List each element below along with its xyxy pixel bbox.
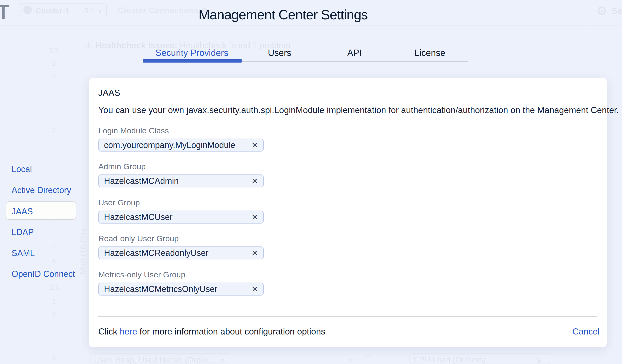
tab-users[interactable]: Users [268, 48, 291, 58]
rail-badge: 7/7 [49, 47, 59, 55]
field-user-group: User Group HazelcastMCUser ✕ [98, 198, 264, 223]
chevron-down-icon: ∨ [219, 355, 225, 364]
readonly-user-group-input[interactable]: HazelcastMCReadonlyUser ✕ [98, 246, 264, 259]
chevron-up-icon: ∧ [51, 256, 57, 265]
clear-icon[interactable]: ✕ [250, 140, 260, 150]
cluster-selector: Cluster-1 5.4 ∨ [19, 3, 107, 16]
field-login-module-class: Login Module Class com.yourcompany.MyLog… [98, 126, 264, 152]
field-readonly-user-group: Read-only User Group HazelcastMCReadonly… [98, 234, 264, 259]
tab-api[interactable]: API [347, 48, 362, 58]
field-label: Login Module Class [98, 126, 264, 135]
cluster-connections-label: Cluster Connections ⊕ [118, 6, 208, 15]
cluster-avatar [23, 6, 32, 14]
panel-description: You can use your own javax.security.auth… [98, 105, 619, 115]
sidebar-item-active-directory[interactable]: Active Directory [12, 185, 71, 195]
field-label: Admin Group [98, 162, 264, 171]
sidebar-item-ldap[interactable]: LDAP [12, 227, 34, 237]
map-axis-label: Map (16.9%) [78, 228, 87, 274]
footer-help-text: Click here for more information about co… [98, 327, 325, 337]
clear-icon[interactable]: ✕ [250, 176, 260, 186]
clear-icon[interactable]: ✕ [250, 212, 260, 222]
gear-icon: ⚙ [597, 4, 608, 18]
admin-group-input[interactable]: HazelcastMCAdmin ✕ [98, 174, 264, 187]
active-tab-indicator [143, 59, 242, 63]
field-metrics-only-user-group: Metrics-only User Group HazelcastMCMetri… [98, 270, 264, 295]
clear-icon[interactable]: ✕ [250, 248, 260, 258]
jaas-settings-panel: JAAS You can use your own javax.security… [89, 78, 607, 347]
field-label: Metrics-only User Group [98, 270, 264, 279]
background-column-divider [588, 0, 588, 77]
tab-license[interactable]: License [414, 48, 446, 58]
rail-badge: 0 [52, 354, 56, 362]
cancel-button[interactable]: Cancel [572, 327, 600, 337]
rail-badge: 2 [52, 126, 56, 134]
sidebar-item-saml[interactable]: SAML [12, 248, 35, 258]
user-group-input[interactable]: HazelcastMCUser ✕ [98, 211, 264, 223]
rail-badge: 2 [52, 60, 56, 68]
input-value: HazelcastMCReadonlyUser [104, 248, 208, 258]
footer-divider [98, 316, 597, 317]
sidebar-item-openid-connect[interactable]: OpenID Connect [12, 269, 75, 279]
sidebar-item-jaas[interactable]: JAAS [12, 207, 33, 217]
field-admin-group: Admin Group HazelcastMCAdmin ✕ [98, 162, 264, 187]
here-link[interactable]: here [119, 327, 137, 336]
settings-label: Settings [612, 6, 622, 16]
hazelcast-logo: T [0, 0, 9, 23]
used-heap-chart-title: Used Heap, Used Native (Outlie... ∨ [94, 355, 225, 364]
cluster-version: 5.4 [84, 7, 94, 15]
metrics-only-user-group-input[interactable]: HazelcastMCMetricsOnlyUser ✕ [98, 283, 264, 295]
input-value: HazelcastMCMetricsOnlyUser [104, 284, 217, 294]
plus-icon: + [348, 355, 353, 364]
cluster-name: Cluster-1 [36, 6, 69, 15]
warning-icon: ⚠ [50, 242, 58, 251]
warning-icon: ⚠ [50, 72, 58, 81]
warning-icon: ⚠ [85, 41, 92, 50]
rail-badge: 1/1 [49, 283, 59, 291]
input-value: com.yourcompany.MyLoginModule [104, 140, 235, 150]
input-value: HazelcastMCAdmin [104, 176, 179, 186]
topbar-divider [0, 25, 622, 26]
input-value: HazelcastMCUser [104, 212, 173, 222]
login-module-class-input[interactable]: com.yourcompany.MyLoginModule ✕ [98, 139, 264, 152]
field-label: User Group [98, 198, 264, 207]
page-title: Management Center Settings [198, 7, 368, 22]
expand-icon: ⛶ [365, 355, 370, 364]
cpu-load-chart-title: CPU Load (Outliers) [413, 355, 486, 364]
chevron-down-icon: ∨ [97, 6, 103, 15]
tab-security-providers[interactable]: Security Providers [156, 48, 228, 58]
rail-badge: 1 [52, 297, 56, 306]
field-label: Read-only User Group [98, 234, 264, 243]
rail-badge: 0 [52, 310, 56, 318]
panel-heading: JAAS [98, 88, 120, 98]
clear-icon[interactable]: ✕ [250, 284, 260, 294]
sidebar-item-local[interactable]: Local [12, 164, 32, 174]
chevron-down-icon: ∨ [536, 355, 542, 364]
